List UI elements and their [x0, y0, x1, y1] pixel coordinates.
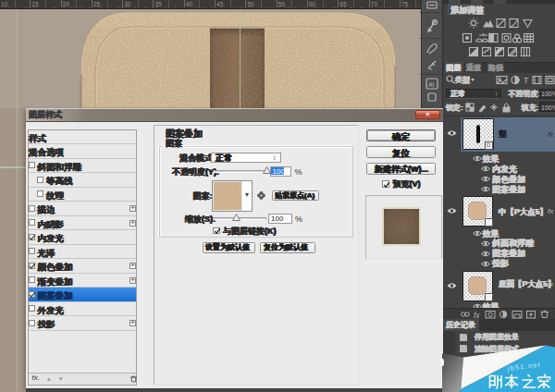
- svg-text:Al: Al: [428, 81, 435, 88]
- svg-text:fx: fx: [474, 310, 480, 319]
- svg-text:T: T: [524, 76, 529, 85]
